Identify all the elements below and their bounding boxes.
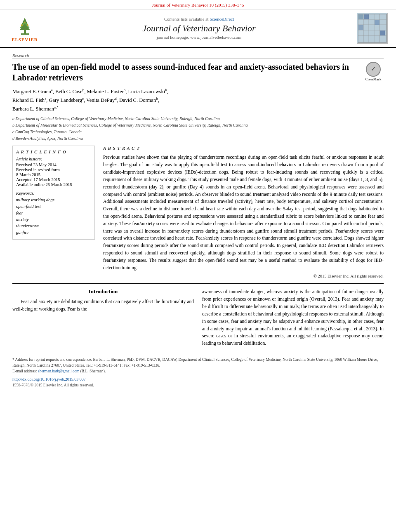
citation-text: Journal of Veterinary Behavior 10 (2015)… bbox=[152, 2, 244, 7]
author-fish: Richard E. Fisha, bbox=[12, 97, 49, 103]
received-revised-date: 8 March 2015 bbox=[16, 172, 91, 177]
sciencedirect-link[interactable]: ScienceDirect bbox=[210, 17, 234, 21]
author-landsberg: Gary Landsbergc, bbox=[49, 97, 86, 103]
elsevier-tree-icon bbox=[14, 14, 36, 37]
journal-homepage: journal homepage: www.journalvetbehavior… bbox=[41, 35, 357, 40]
svg-point-6 bbox=[27, 24, 28, 26]
intro-text-right: awareness of immediate danger, whereas a… bbox=[202, 288, 384, 347]
citation-bar: Journal of Veterinary Behavior 10 (2015)… bbox=[0, 0, 396, 9]
keywords-section: Keywords: military working dogs open-fie… bbox=[16, 191, 91, 236]
keyword-5: thunderstorm bbox=[16, 223, 91, 229]
doi-link[interactable]: http://dx.doi.org/10.1016/j.jveb.2015.03… bbox=[12, 376, 384, 382]
crossmark-badge[interactable]: ✓ CrossMark bbox=[363, 61, 384, 82]
affiliation-b: b Department of Molecular & Biomedical S… bbox=[12, 122, 384, 128]
article-info-box: A R T I C L E I N F O Article history: R… bbox=[12, 146, 95, 240]
footnote-asterisk-note: * Address for reprint requests and corre… bbox=[12, 357, 384, 369]
keyword-2: open-field test bbox=[16, 203, 91, 210]
svg-rect-19 bbox=[364, 14, 369, 19]
issn-line: 1558-7878/© 2015 Elsevier Inc. All right… bbox=[12, 382, 384, 388]
author-foster: Melanie L. Fosterb, bbox=[87, 89, 128, 94]
keyword-1: military working dogs bbox=[16, 197, 91, 203]
section-divider bbox=[12, 283, 384, 284]
journal-title: Journal of Veterinary Behavior bbox=[41, 23, 357, 34]
article-info-column: A R T I C L E I N F O Article history: R… bbox=[12, 146, 95, 278]
journal-header-center: Contents lists available at ScienceDirec… bbox=[41, 17, 357, 40]
keyword-6: gunfire bbox=[16, 229, 91, 236]
journal-header: ELSEVIER Contents lists available at Sci… bbox=[0, 9, 396, 48]
footnote-section: * Address for reprint requests and corre… bbox=[12, 354, 384, 388]
affiliations: a Department of Clinical Sciences, Colle… bbox=[12, 115, 384, 141]
main-content: Research The use of an open-field model … bbox=[0, 48, 396, 393]
author-gruen: Margaret E. Gruena, bbox=[12, 89, 55, 94]
svg-rect-18 bbox=[358, 14, 363, 19]
svg-point-7 bbox=[24, 22, 25, 24]
author-lazarowski: Lucia Lazarowskib, bbox=[128, 89, 168, 94]
svg-rect-20 bbox=[375, 20, 380, 25]
author-dorman: David C. Dormanb, bbox=[119, 97, 159, 103]
intro-title: Introduction bbox=[12, 288, 194, 295]
page: Journal of Veterinary Behavior 10 (2015)… bbox=[0, 0, 396, 532]
crossmark-icon: ✓ bbox=[366, 62, 381, 77]
journal-thumbnail bbox=[357, 13, 388, 44]
affiliation-c: c CanCog Technologies, Toronto, Canada bbox=[12, 129, 384, 135]
article-history-label: Article history: bbox=[16, 157, 91, 161]
affiliation-d: d Bowden Analytics, Apex, North Carolina bbox=[12, 135, 384, 141]
elsevier-logo-area: ELSEVIER bbox=[8, 14, 41, 42]
keyword-3: fear bbox=[16, 210, 91, 217]
received-date: Received 23 May 2014 bbox=[16, 162, 91, 167]
available-online: Available online 25 March 2015 bbox=[16, 182, 91, 187]
intro-left-col: Introduction Fear and anxiety are debili… bbox=[12, 288, 194, 350]
footnote-email-line: E-mail address: sherman.barb@gmail.com (… bbox=[12, 368, 384, 374]
intro-text-left: Fear and anxiety are debilitating condit… bbox=[12, 298, 194, 313]
article-info-title: A R T I C L E I N F O bbox=[16, 149, 91, 154]
svg-point-5 bbox=[21, 24, 23, 26]
svg-rect-22 bbox=[380, 31, 385, 35]
abstract-title: A B S T R A C T bbox=[103, 146, 384, 151]
svg-rect-21 bbox=[358, 25, 363, 30]
affiliation-a: a Department of Clinical Sciences, Colle… bbox=[12, 115, 384, 122]
introduction-section: Introduction Fear and anxiety are debili… bbox=[12, 288, 384, 350]
author-sherman: Barbara L. Shermana,* bbox=[12, 106, 59, 112]
two-column-layout: A R T I C L E I N F O Article history: R… bbox=[12, 146, 384, 278]
contents-line: Contents lists available at ScienceDirec… bbox=[41, 17, 357, 21]
author-case: Beth C. Caseb, bbox=[55, 89, 87, 94]
keyword-4: anxiety bbox=[16, 217, 91, 223]
author-depuy: Venita DePuyd, bbox=[86, 97, 119, 103]
svg-rect-1 bbox=[21, 33, 29, 35]
footnote-email-link[interactable]: sherman.barb@gmail.com bbox=[38, 369, 80, 373]
intro-right-col: awareness of immediate danger, whereas a… bbox=[202, 288, 384, 350]
received-revised-label: Received in revised form bbox=[16, 167, 91, 172]
article-title: The use of an open-field model to assess… bbox=[12, 61, 384, 83]
accepted-date: Accepted 17 March 2015 bbox=[16, 177, 91, 182]
copyright: © 2015 Elsevier Inc. All rights reserved… bbox=[103, 274, 384, 278]
authors-line: Margaret E. Gruena, Beth C. Caseb, Melan… bbox=[12, 87, 384, 113]
abstract-text: Previous studies have shown that the pla… bbox=[103, 154, 384, 271]
elsevier-label: ELSEVIER bbox=[12, 37, 38, 42]
section-label: Research bbox=[12, 53, 384, 59]
abstract-column: A B S T R A C T Previous studies have sh… bbox=[103, 146, 384, 278]
keywords-title: Keywords: bbox=[16, 191, 91, 195]
